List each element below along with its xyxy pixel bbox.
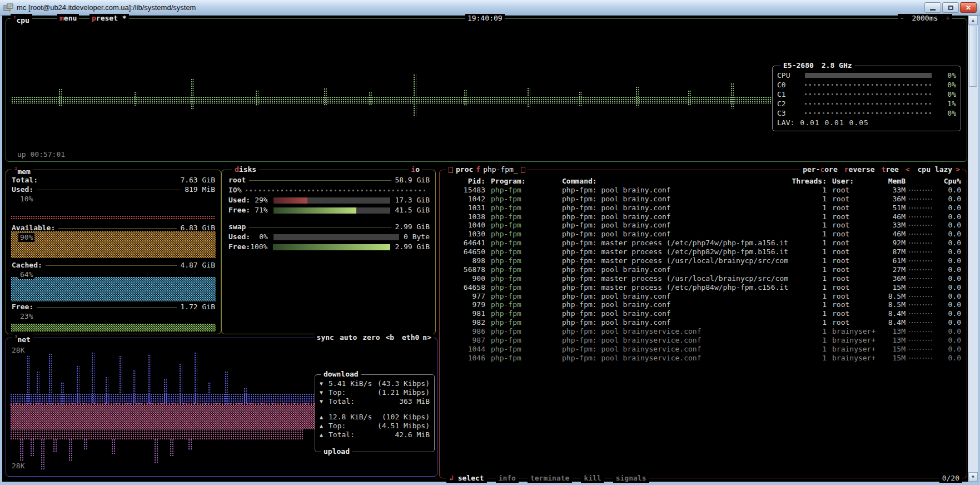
column-program[interactable]: Program:	[485, 177, 556, 186]
column-user[interactable]: User:	[827, 177, 878, 186]
process-row[interactable]: 987php-fpmphp-fpm: pool brainyservice.co…	[445, 336, 961, 345]
preset-button[interactable]: preset *	[89, 14, 129, 23]
filter-key[interactable]: f	[476, 165, 480, 174]
download-speed-row: ▼5.41 KiB/s(43.3 Kibps)	[320, 379, 430, 388]
process-row[interactable]: 898php-fpmphp-fpm: master process (/usr/…	[445, 256, 961, 265]
disk-swap-used-row: Used: 0% 0 Byte	[228, 232, 430, 241]
column-threads[interactable]: Threads:	[788, 177, 827, 186]
process-command: php-fpm: pool brainy.conf	[556, 318, 788, 327]
column-mem[interactable]: MemB	[878, 177, 906, 186]
process-row[interactable]: 979php-fpmphp-fpm: pool brainy.conf1root…	[445, 300, 961, 309]
process-row[interactable]: 986php-fpmphp-fpm: pool brainyservice.co…	[445, 327, 961, 336]
sort-prev-button[interactable]: <	[906, 165, 910, 174]
process-mem: 15M	[878, 345, 906, 354]
cpu-box-title[interactable]: ¹cpu	[11, 14, 32, 25]
process-mem: 8.5M	[878, 292, 906, 301]
download-arrow-icon: ▼	[320, 397, 329, 406]
process-cpu: 0.0	[937, 265, 961, 274]
interval-plus-button[interactable]: +	[946, 14, 950, 22]
uptime: up 00:57:01	[17, 150, 65, 159]
mem-box-title[interactable]: ²mem	[12, 165, 33, 176]
process-cpu-graph	[906, 287, 937, 288]
process-cpu-graph	[906, 313, 937, 314]
selection-counter: 0/20	[939, 474, 962, 483]
interval-minus-button[interactable]: -	[900, 14, 904, 22]
process-row[interactable]: 977php-fpmphp-fpm: pool brainy.conf1root…	[445, 292, 961, 301]
column-command[interactable]: Command:	[556, 177, 788, 186]
net-io-panel: download ▼5.41 KiB/s(43.3 Kibps) ▼Top:(1…	[315, 374, 435, 452]
mem-box: ²mem Total:7.63 GiB Used:819 MiB 10% Ava…	[6, 170, 221, 334]
process-row[interactable]: 1030php-fpmphp-fpm: pool brainy.conf1roo…	[445, 230, 961, 239]
process-cpu-graph	[906, 199, 937, 200]
disk-swap-free-row: Free: 100% 2.99 GiB	[228, 242, 430, 251]
scroll-up-button[interactable]: ▲	[968, 16, 978, 25]
proc-collapse-icon[interactable]	[449, 167, 453, 173]
cpu-graph-spike	[414, 75, 416, 116]
scroll-down-button[interactable]: ▼	[968, 472, 978, 482]
process-table-body: 15483php-fpmphp-fpm: pool brainy.conf1ro…	[445, 186, 961, 363]
net-sync-toggle[interactable]: sync	[317, 333, 334, 342]
process-row[interactable]: 64658php-fpmphp-fpm: master process (/et…	[445, 283, 961, 292]
cpu-graph-spike	[369, 92, 372, 106]
net-box-title[interactable]: ³net	[12, 333, 33, 344]
process-command: php-fpm: pool brainy.conf	[556, 309, 788, 318]
process-row[interactable]: 1040php-fpmphp-fpm: pool brainy.conf1roo…	[445, 221, 961, 230]
signals-action[interactable]: signals	[613, 474, 649, 483]
process-cpu-graph	[906, 242, 937, 244]
window-titlebar[interactable]: mc [root@ub24.itdeveloper.com.ua]:/lib/s…	[0, 0, 980, 16]
process-row[interactable]: 1031php-fpmphp-fpm: pool brainy.conf1roo…	[445, 204, 961, 212]
terminal-scrollbar[interactable]: ▲ ▼	[968, 16, 978, 482]
menu-button[interactable]: menu	[57, 14, 79, 23]
process-row[interactable]: 64641php-fpmphp-fpm: master process (/et…	[445, 239, 961, 248]
process-user: root	[827, 265, 878, 274]
reverse-toggle[interactable]: reverse	[844, 165, 875, 174]
maximize-button[interactable]	[942, 2, 959, 13]
net-zero-toggle[interactable]: zero	[362, 333, 380, 342]
net-download-spike	[244, 388, 247, 404]
cpu-box: ¹cpu menu preset * 19:40:09 - 2000ms + E…	[6, 18, 967, 162]
process-pid: 979	[445, 300, 485, 309]
process-row[interactable]: 64650php-fpmphp-fpm: master process (/et…	[445, 248, 961, 256]
per-core-toggle[interactable]: per-core	[803, 165, 838, 174]
column-pid[interactable]: Pid:	[445, 177, 485, 186]
upload-panel-title: upload	[321, 447, 352, 456]
proc-box-title[interactable]: proc	[456, 165, 473, 174]
sort-next-button[interactable]: >	[956, 165, 960, 174]
process-row[interactable]: 15483php-fpmphp-fpm: pool brainy.conf1ro…	[445, 186, 961, 195]
tree-toggle[interactable]: tree	[882, 165, 899, 174]
upload-arrow-icon: ▲	[320, 413, 329, 422]
disk-swap-row: swap2.99 GiB	[228, 222, 430, 231]
select-action[interactable]: ↲ select	[446, 474, 487, 483]
process-row[interactable]: 1046php-fpmphp-fpm: pool brainyservice.c…	[445, 354, 961, 363]
process-user: root	[827, 221, 878, 230]
close-button[interactable]: ✕	[960, 2, 977, 13]
disk-swap-used-bar	[273, 234, 399, 240]
process-row[interactable]: 1044php-fpmphp-fpm: pool brainyservice.c…	[445, 345, 961, 354]
iface-next-button[interactable]: n>	[422, 333, 431, 342]
minimize-button[interactable]	[924, 2, 941, 13]
disks-box-title: disks	[232, 165, 259, 174]
cpu-graph-spike	[256, 91, 258, 106]
iface-prev-button[interactable]: <b	[386, 333, 395, 342]
cpu-core-graph	[805, 103, 932, 105]
process-pid: 898	[445, 256, 485, 265]
process-user: root	[827, 318, 878, 327]
process-row[interactable]: 982php-fpmphp-fpm: pool brainy.conf1root…	[445, 318, 961, 327]
disks-io-toggle[interactable]: io	[409, 165, 422, 174]
process-row[interactable]: 1038php-fpmphp-fpm: pool brainy.conf1roo…	[445, 212, 961, 221]
upload-top-row: ▲Top:(4.51 Mibps)	[320, 422, 430, 430]
process-row[interactable]: 981php-fpmphp-fpm: pool brainy.conf1root…	[445, 309, 961, 318]
download-panel-title: download	[321, 370, 361, 379]
column-cpu[interactable]: Cpu%	[937, 177, 961, 186]
scrollbar-thumb[interactable]	[969, 26, 977, 87]
kill-action[interactable]: kill	[581, 474, 604, 483]
process-row[interactable]: 56878php-fpmphp-fpm: pool brainy.conf1ro…	[445, 265, 961, 274]
process-row[interactable]: 1042php-fpmphp-fpm: pool brainy.conf1roo…	[445, 195, 961, 204]
process-threads: 1	[788, 318, 827, 327]
filter-clear-icon[interactable]	[521, 167, 525, 173]
filter-input[interactable]: php-fpm_	[483, 165, 518, 174]
process-row[interactable]: 900php-fpmphp-fpm: master process (/usr/…	[445, 274, 961, 283]
net-auto-toggle[interactable]: auto	[340, 333, 357, 342]
info-action[interactable]: info	[496, 474, 519, 483]
terminate-action[interactable]: terminate	[528, 474, 572, 483]
